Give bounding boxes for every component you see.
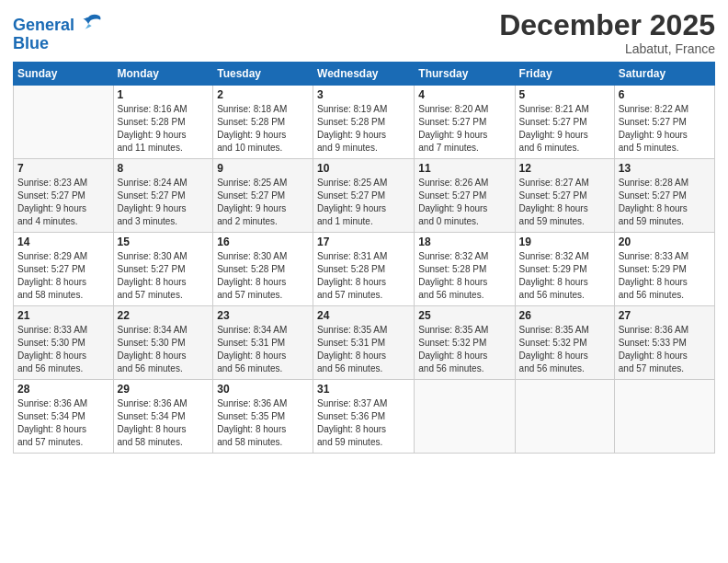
- day-info: Sunrise: 8:35 AM Sunset: 5:32 PM Dayligh…: [418, 324, 510, 375]
- calendar-cell: 17Sunrise: 8:31 AM Sunset: 5:28 PM Dayli…: [313, 233, 415, 306]
- day-info: Sunrise: 8:25 AM Sunset: 5:27 PM Dayligh…: [317, 177, 410, 228]
- calendar-cell: 10Sunrise: 8:25 AM Sunset: 5:27 PM Dayli…: [313, 159, 415, 233]
- calendar-week-row: 28Sunrise: 8:36 AM Sunset: 5:34 PM Dayli…: [14, 380, 715, 454]
- day-info: Sunrise: 8:32 AM Sunset: 5:29 PM Dayligh…: [519, 250, 610, 302]
- calendar-cell: 24Sunrise: 8:35 AM Sunset: 5:31 PM Dayli…: [313, 306, 415, 380]
- day-number: 22: [118, 309, 210, 322]
- calendar-cell: 7Sunrise: 8:23 AM Sunset: 5:27 PM Daylig…: [14, 159, 114, 233]
- day-info: Sunrise: 8:25 AM Sunset: 5:27 PM Dayligh…: [217, 177, 309, 228]
- calendar-header-monday: Monday: [113, 63, 213, 86]
- day-info: Sunrise: 8:34 AM Sunset: 5:30 PM Dayligh…: [118, 324, 210, 375]
- day-info: Sunrise: 8:36 AM Sunset: 5:34 PM Dayligh…: [118, 397, 210, 449]
- calendar-cell: 15Sunrise: 8:30 AM Sunset: 5:27 PM Dayli…: [113, 233, 213, 306]
- calendar-cell: 1Sunrise: 8:16 AM Sunset: 5:28 PM Daylig…: [113, 86, 213, 159]
- day-number: 29: [118, 383, 210, 396]
- day-info: Sunrise: 8:32 AM Sunset: 5:28 PM Dayligh…: [418, 250, 510, 302]
- day-number: 1: [118, 88, 210, 101]
- day-info: Sunrise: 8:36 AM Sunset: 5:33 PM Dayligh…: [619, 324, 711, 375]
- day-number: 7: [17, 162, 109, 175]
- calendar-table: SundayMondayTuesdayWednesdayThursdayFrid…: [13, 62, 715, 454]
- day-info: Sunrise: 8:24 AM Sunset: 5:27 PM Dayligh…: [118, 177, 210, 228]
- calendar-cell: 18Sunrise: 8:32 AM Sunset: 5:28 PM Dayli…: [415, 233, 515, 306]
- calendar-header-tuesday: Tuesday: [213, 63, 313, 86]
- calendar-cell: 4Sunrise: 8:20 AM Sunset: 5:27 PM Daylig…: [415, 86, 515, 159]
- day-number: 12: [519, 162, 610, 175]
- day-number: 26: [519, 309, 610, 322]
- calendar-cell: 6Sunrise: 8:22 AM Sunset: 5:27 PM Daylig…: [614, 86, 714, 159]
- location: Labatut, France: [499, 41, 715, 56]
- calendar-cell: 19Sunrise: 8:32 AM Sunset: 5:29 PM Dayli…: [515, 233, 614, 306]
- day-number: 18: [418, 236, 510, 248]
- calendar-cell: [614, 380, 714, 454]
- calendar-cell: 8Sunrise: 8:24 AM Sunset: 5:27 PM Daylig…: [113, 159, 213, 233]
- logo-text: General: [13, 17, 74, 35]
- day-number: 28: [17, 383, 109, 396]
- day-info: Sunrise: 8:33 AM Sunset: 5:30 PM Dayligh…: [17, 324, 109, 375]
- calendar-cell: 27Sunrise: 8:36 AM Sunset: 5:33 PM Dayli…: [614, 306, 714, 380]
- day-number: 10: [317, 162, 410, 175]
- day-info: Sunrise: 8:23 AM Sunset: 5:27 PM Dayligh…: [17, 177, 109, 228]
- day-number: 17: [317, 236, 410, 248]
- calendar-cell: 13Sunrise: 8:28 AM Sunset: 5:27 PM Dayli…: [614, 159, 714, 233]
- day-number: 3: [317, 88, 410, 101]
- calendar-cell: 5Sunrise: 8:21 AM Sunset: 5:27 PM Daylig…: [515, 86, 614, 159]
- calendar-header-friday: Friday: [515, 63, 614, 86]
- calendar-cell: 31Sunrise: 8:37 AM Sunset: 5:36 PM Dayli…: [313, 380, 415, 454]
- logo-bird-icon: [76, 13, 102, 39]
- calendar-cell: [515, 380, 614, 454]
- day-number: 27: [619, 309, 711, 322]
- day-number: 4: [418, 88, 510, 101]
- day-number: 6: [619, 88, 711, 101]
- calendar-week-row: 1Sunrise: 8:16 AM Sunset: 5:28 PM Daylig…: [14, 86, 715, 159]
- day-info: Sunrise: 8:37 AM Sunset: 5:36 PM Dayligh…: [317, 397, 410, 449]
- day-number: 19: [519, 236, 610, 248]
- calendar-cell: 20Sunrise: 8:33 AM Sunset: 5:29 PM Dayli…: [614, 233, 714, 306]
- day-info: Sunrise: 8:35 AM Sunset: 5:32 PM Dayligh…: [519, 324, 610, 375]
- day-number: 2: [217, 88, 309, 101]
- calendar-cell: 9Sunrise: 8:25 AM Sunset: 5:27 PM Daylig…: [213, 159, 313, 233]
- calendar-cell: 12Sunrise: 8:27 AM Sunset: 5:27 PM Dayli…: [515, 159, 614, 233]
- calendar-cell: 21Sunrise: 8:33 AM Sunset: 5:30 PM Dayli…: [14, 306, 114, 380]
- calendar-cell: [14, 86, 114, 159]
- page-container: General Blue December 2025 Labatut, Fran…: [0, 0, 728, 463]
- calendar-cell: 11Sunrise: 8:26 AM Sunset: 5:27 PM Dayli…: [415, 159, 515, 233]
- calendar-cell: 23Sunrise: 8:34 AM Sunset: 5:31 PM Dayli…: [213, 306, 313, 380]
- calendar-cell: 2Sunrise: 8:18 AM Sunset: 5:28 PM Daylig…: [213, 86, 313, 159]
- calendar-cell: [415, 380, 515, 454]
- day-info: Sunrise: 8:35 AM Sunset: 5:31 PM Dayligh…: [317, 324, 410, 375]
- day-info: Sunrise: 8:33 AM Sunset: 5:29 PM Dayligh…: [619, 250, 711, 302]
- calendar-header-saturday: Saturday: [614, 63, 714, 86]
- day-info: Sunrise: 8:31 AM Sunset: 5:28 PM Dayligh…: [317, 250, 410, 302]
- day-number: 24: [317, 309, 410, 322]
- calendar-cell: 14Sunrise: 8:29 AM Sunset: 5:27 PM Dayli…: [14, 233, 114, 306]
- day-number: 21: [17, 309, 109, 322]
- calendar-cell: 22Sunrise: 8:34 AM Sunset: 5:30 PM Dayli…: [113, 306, 213, 380]
- day-number: 9: [217, 162, 309, 175]
- day-info: Sunrise: 8:26 AM Sunset: 5:27 PM Dayligh…: [418, 177, 510, 228]
- day-number: 11: [418, 162, 510, 175]
- day-info: Sunrise: 8:36 AM Sunset: 5:34 PM Dayligh…: [17, 397, 109, 449]
- day-number: 30: [217, 383, 309, 396]
- calendar-week-row: 7Sunrise: 8:23 AM Sunset: 5:27 PM Daylig…: [14, 159, 715, 233]
- day-number: 16: [217, 236, 309, 248]
- day-info: Sunrise: 8:27 AM Sunset: 5:27 PM Dayligh…: [519, 177, 610, 228]
- day-info: Sunrise: 8:19 AM Sunset: 5:28 PM Dayligh…: [317, 103, 410, 155]
- calendar-cell: 26Sunrise: 8:35 AM Sunset: 5:32 PM Dayli…: [515, 306, 614, 380]
- calendar-cell: 25Sunrise: 8:35 AM Sunset: 5:32 PM Dayli…: [415, 306, 515, 380]
- calendar-cell: 28Sunrise: 8:36 AM Sunset: 5:34 PM Dayli…: [14, 380, 114, 454]
- day-info: Sunrise: 8:34 AM Sunset: 5:31 PM Dayligh…: [217, 324, 309, 375]
- day-number: 23: [217, 309, 309, 322]
- day-info: Sunrise: 8:21 AM Sunset: 5:27 PM Dayligh…: [519, 103, 610, 155]
- day-info: Sunrise: 8:29 AM Sunset: 5:27 PM Dayligh…: [17, 250, 109, 302]
- day-number: 31: [317, 383, 410, 396]
- day-info: Sunrise: 8:36 AM Sunset: 5:35 PM Dayligh…: [217, 397, 309, 449]
- header: General Blue December 2025 Labatut, Fran…: [13, 9, 715, 56]
- day-info: Sunrise: 8:28 AM Sunset: 5:27 PM Dayligh…: [619, 177, 711, 228]
- calendar-cell: 30Sunrise: 8:36 AM Sunset: 5:35 PM Dayli…: [213, 380, 313, 454]
- day-number: 15: [118, 236, 210, 248]
- day-info: Sunrise: 8:22 AM Sunset: 5:27 PM Dayligh…: [619, 103, 711, 155]
- month-title: December 2025: [499, 9, 715, 41]
- day-number: 13: [619, 162, 711, 175]
- calendar-header-thursday: Thursday: [415, 63, 515, 86]
- calendar-header-wednesday: Wednesday: [313, 63, 415, 86]
